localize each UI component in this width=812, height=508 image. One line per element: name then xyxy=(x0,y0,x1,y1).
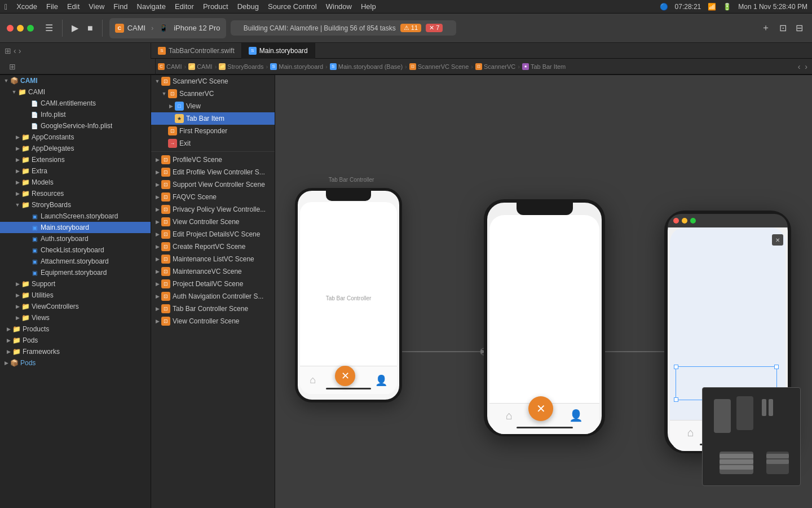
bc-main-storyboard[interactable]: S Main.storyboard xyxy=(270,63,323,70)
sidebar-extra[interactable]: 📁 Extra xyxy=(0,165,151,177)
menu-editor[interactable]: Editor xyxy=(175,2,194,11)
sidebar-storyboards-folder[interactable]: 📁 StroryBoards xyxy=(0,199,151,211)
utilities-arrow[interactable] xyxy=(14,291,21,299)
sidebar-main-storyboard[interactable]: ▣ Main.storyboard xyxy=(0,222,151,233)
outline-faqvc[interactable]: ⊡ FAQVC Scene xyxy=(151,191,275,203)
storyboards-arrow[interactable] xyxy=(14,201,21,209)
epdvc-arrow[interactable] xyxy=(153,231,161,237)
outline-view[interactable]: □ View xyxy=(151,100,275,112)
sidebar-entitlements[interactable]: 📄 CAMI.entitlements xyxy=(0,98,151,109)
vc2-arrow[interactable] xyxy=(153,318,161,324)
menu-file[interactable]: File xyxy=(46,2,58,11)
menu-product[interactable]: Product xyxy=(203,2,228,11)
nav-forward[interactable]: › xyxy=(19,46,21,55)
nav-left-btn[interactable]: ‹ xyxy=(798,62,801,71)
sidebar-auth-storyboard[interactable]: ▣ Auth.storyboard xyxy=(0,233,151,244)
ml-arrow[interactable] xyxy=(153,256,161,262)
sidebar-appconstants[interactable]: 📁 AppConstants xyxy=(0,132,151,143)
tbc-arrow[interactable] xyxy=(153,306,161,312)
extensions-arrow[interactable] xyxy=(14,156,21,164)
sidebar-resources[interactable]: 📁 Resources xyxy=(0,188,151,199)
sv-arrow[interactable] xyxy=(153,182,161,187)
extra-arrow[interactable] xyxy=(14,167,21,175)
apple-menu[interactable]:  xyxy=(5,2,7,11)
sidebar-toggle[interactable]: ☰ xyxy=(43,20,55,36)
views-arrow[interactable] xyxy=(14,314,21,322)
sidebar-frameworks[interactable]: 📁 Frameworks xyxy=(0,346,151,357)
stop-button[interactable]: ■ xyxy=(85,21,95,36)
menu-debug[interactable]: Debug xyxy=(237,2,259,11)
bc-cami-group[interactable]: 📁 CAMI xyxy=(188,63,213,70)
menu-help[interactable]: Help xyxy=(361,2,376,11)
sidebar-pods-blue[interactable]: 📦 Pods xyxy=(0,357,151,369)
menu-find[interactable]: Find xyxy=(113,2,127,11)
menu-edit[interactable]: Edit xyxy=(67,2,80,11)
warning-count[interactable]: ⚠ 11 xyxy=(400,24,421,32)
filter-btn[interactable]: ⊞ xyxy=(9,62,16,71)
menu-view[interactable]: View xyxy=(89,2,104,11)
sidebar-products[interactable]: 📁 Products xyxy=(0,323,151,335)
view-arrow[interactable] xyxy=(167,103,175,109)
grid-view-btn[interactable]: ⊞ xyxy=(5,46,11,55)
appconstants-arrow[interactable] xyxy=(14,133,21,141)
outline-edit-project[interactable]: ⊡ Edit Project DetailsVC Scene xyxy=(151,228,275,240)
outline-edit-profile[interactable]: ⊡ Edit Profile View Controller S... xyxy=(151,166,275,178)
vc-arrow[interactable] xyxy=(14,303,21,310)
ep-arrow[interactable] xyxy=(153,169,161,175)
error-count[interactable]: ✕ 7 xyxy=(426,24,443,32)
vc-scene-arrow[interactable] xyxy=(153,219,161,225)
bc-cami-project[interactable]: C CAMI xyxy=(158,63,182,70)
bc-scannervc[interactable]: ⊡ ScannerVC xyxy=(475,63,515,70)
pd-arrow[interactable] xyxy=(153,281,161,287)
cr-arrow[interactable] xyxy=(153,244,161,249)
scannervc-arrow[interactable] xyxy=(160,91,168,97)
pp-arrow[interactable] xyxy=(153,207,161,212)
tab-tabbarcontroller[interactable]: S TabBarController.swift xyxy=(151,43,242,59)
sidebar-support[interactable]: 📁 Support xyxy=(0,278,151,290)
sidebar-checklist-storyboard[interactable]: ▣ CheckList.storyboard xyxy=(0,244,151,256)
outline-privacy[interactable]: ⊡ Privacy Policy View Controlle... xyxy=(151,203,275,216)
sidebar-root-cami[interactable]: 📦 CAMI xyxy=(0,75,151,86)
outline-create-report[interactable]: ⊡ Create ReportVC Scene xyxy=(151,240,275,253)
bc-tab-bar-item[interactable]: ★ Tab Bar Item xyxy=(522,63,566,70)
models-arrow[interactable] xyxy=(14,178,21,186)
sidebar-appdelegates[interactable]: 📁 AppDelegates xyxy=(0,143,151,154)
outline-vc-scene2[interactable]: ⊡ View Controller Scene xyxy=(151,315,275,327)
bc-scannervc-scene[interactable]: ⊡ ScannerVC Scene xyxy=(409,63,469,70)
sidebar-extensions[interactable]: 📁 Extensions xyxy=(0,154,151,165)
sidebar-launchscreen[interactable]: ▣ LaunchScreen.storyboard xyxy=(0,211,151,222)
add-button[interactable]: ＋ xyxy=(759,20,773,36)
cami-arrow[interactable] xyxy=(10,88,18,96)
bc-main-base[interactable]: S Main.storyboard (Base) xyxy=(330,63,403,70)
minimize-button[interactable] xyxy=(17,25,24,32)
arrow-icon[interactable] xyxy=(2,77,10,85)
sidebar-attachment-storyboard[interactable]: ▣ Attachment.storyboard xyxy=(0,256,151,267)
support-arrow[interactable] xyxy=(14,280,21,288)
outline-first-responder[interactable]: ⊡ First Responder xyxy=(151,125,275,137)
close-button[interactable] xyxy=(7,25,14,32)
outline-scannervc-scene[interactable]: ⊡ ScannerVC Scene xyxy=(151,75,275,87)
outline-project-detail[interactable]: ⊡ Project DetailVC Scene xyxy=(151,278,275,290)
sidebar-equipment-storyboard[interactable]: ▣ Equipment.storyboard xyxy=(0,267,151,278)
products-arrow[interactable] xyxy=(5,325,12,333)
nav-right-btn[interactable]: › xyxy=(805,62,807,71)
outline-tab-bar-item[interactable]: ★ Tab Bar Item xyxy=(151,112,275,125)
outline-support-vc[interactable]: ⊡ Support View Controller Scene xyxy=(151,178,275,191)
scannervc-scene-arrow[interactable] xyxy=(153,78,161,84)
pods-blue-arrow[interactable] xyxy=(2,359,10,367)
sidebar-info-plist[interactable]: 📄 Info.plist xyxy=(0,109,151,120)
outline-scannervc[interactable]: ⊡ ScannerVC xyxy=(151,87,275,100)
frameworks-arrow[interactable] xyxy=(5,348,12,356)
outline-tab-bar-controller[interactable]: ⊡ Tab Bar Controller Scene xyxy=(151,303,275,315)
sidebar-models[interactable]: 📁 Models xyxy=(0,177,151,188)
outline-maintenance-list[interactable]: ⊡ Maintenance ListVC Scene xyxy=(151,253,275,265)
auth-nav-arrow[interactable] xyxy=(153,294,161,299)
run-button[interactable]: ▶ xyxy=(69,20,81,36)
profilevc-arrow[interactable] xyxy=(153,157,161,163)
project-selector[interactable]: C CAMI › 📱 iPhone 12 Pro xyxy=(109,18,226,38)
maint-arrow[interactable] xyxy=(153,269,161,274)
maximize-button[interactable] xyxy=(27,25,34,32)
bc-storyboards[interactable]: 📁 StroryBoards xyxy=(219,63,263,70)
menu-window[interactable]: Window xyxy=(326,2,352,11)
sidebar-viewcontrollers[interactable]: 📁 ViewControllers xyxy=(0,301,151,312)
